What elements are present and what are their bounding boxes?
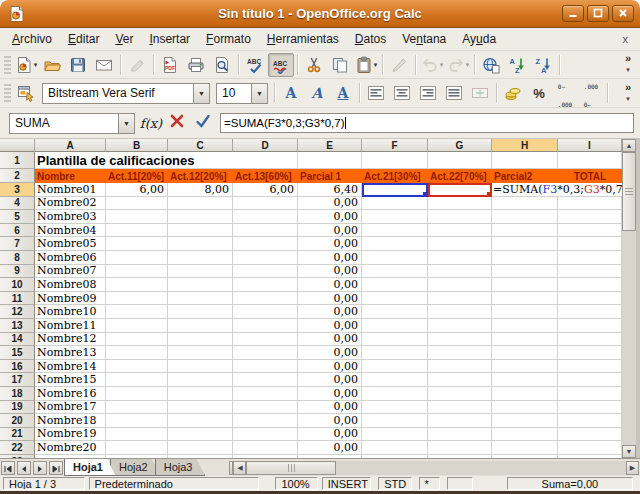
column-header-G[interactable]: G: [428, 139, 492, 152]
cell-A2[interactable]: Nombre: [35, 169, 106, 183]
percent-button[interactable]: %: [526, 81, 552, 105]
cell-A21[interactable]: Nombre19: [35, 428, 106, 442]
cell-G19[interactable]: [428, 401, 492, 415]
cell-C12[interactable]: [168, 305, 233, 319]
font-name-dropdown[interactable]: ▼: [193, 84, 209, 103]
cell-F22[interactable]: [362, 441, 428, 455]
cell-D22[interactable]: [233, 441, 298, 455]
cell-G4[interactable]: [428, 197, 492, 211]
cell-A5[interactable]: Nombre03: [35, 210, 106, 224]
status-selection-mode[interactable]: STD: [378, 477, 411, 490]
cell-C10[interactable]: [168, 278, 233, 292]
cell-H5[interactable]: [492, 210, 558, 224]
cell-G17[interactable]: [428, 373, 492, 387]
cell-B8[interactable]: [106, 251, 168, 265]
cell-B6[interactable]: [106, 224, 168, 238]
cell-I21[interactable]: [558, 428, 622, 442]
cell-I15[interactable]: [558, 346, 622, 360]
cell-A15[interactable]: Nombre13: [35, 346, 106, 360]
cell-I2[interactable]: TOTAL: [558, 169, 622, 183]
menu-item-datos[interactable]: Datos: [347, 29, 394, 49]
cell-H17[interactable]: [492, 373, 558, 387]
cell-E17[interactable]: 0,00: [298, 373, 362, 387]
cell-G9[interactable]: [428, 265, 492, 279]
status-modified-flag[interactable]: *: [419, 477, 440, 490]
cell-E11[interactable]: 0,00: [298, 292, 362, 306]
cell-C13[interactable]: [168, 319, 233, 333]
status-zoom-level[interactable]: 100%: [275, 477, 317, 490]
cell-G7[interactable]: [428, 237, 492, 251]
cell-F14[interactable]: [362, 333, 428, 347]
cell-I11[interactable]: [558, 292, 622, 306]
cell-I8[interactable]: [558, 251, 622, 265]
row-header-7[interactable]: 7: [0, 237, 35, 251]
cell-G15[interactable]: [428, 346, 492, 360]
cell-H6[interactable]: [492, 224, 558, 238]
cell-E10[interactable]: 0,00: [298, 278, 362, 292]
cell-B22[interactable]: [106, 441, 168, 455]
cell-H20[interactable]: [492, 414, 558, 428]
cell-B12[interactable]: [106, 305, 168, 319]
cell-I22[interactable]: [558, 441, 622, 455]
cell-I20[interactable]: [558, 414, 622, 428]
cell-F6[interactable]: [362, 224, 428, 238]
next-sheet-button[interactable]: [33, 461, 47, 475]
cell-H22[interactable]: [492, 441, 558, 455]
cell-A10[interactable]: Nombre08: [35, 278, 106, 292]
cell-A16[interactable]: Nombre14: [35, 360, 106, 374]
sheet-tab-hoja2[interactable]: Hoja2: [110, 459, 161, 476]
dropdown-arrow-icon[interactable]: ▾: [466, 61, 470, 69]
previous-sheet-button[interactable]: [17, 461, 31, 475]
cell-D3[interactable]: 6,00: [233, 183, 298, 197]
cell-C16[interactable]: [168, 360, 233, 374]
cell-F4[interactable]: [362, 197, 428, 211]
row-header-22[interactable]: 22: [0, 441, 35, 455]
cell-A1[interactable]: Plantilla de calificaciones: [35, 152, 233, 169]
sort-descending-button[interactable]: ZA: [530, 53, 556, 77]
align-justify-button[interactable]: [441, 81, 467, 105]
cell-D15[interactable]: [233, 346, 298, 360]
cell-F21[interactable]: [362, 428, 428, 442]
cell-G16[interactable]: [428, 360, 492, 374]
row-header-5[interactable]: 5: [0, 210, 35, 224]
cell-G3[interactable]: [428, 183, 492, 197]
dropdown-arrow-icon[interactable]: ▾: [34, 61, 38, 69]
save-button[interactable]: [65, 53, 91, 77]
row-header-20[interactable]: 20: [0, 414, 35, 428]
cell-F16[interactable]: [362, 360, 428, 374]
undo-button[interactable]: ▾: [419, 53, 445, 77]
menu-item-ver[interactable]: Ver: [107, 29, 141, 49]
minimize-button[interactable]: [562, 5, 584, 22]
currency-button[interactable]: [500, 81, 526, 105]
cell-F20[interactable]: [362, 414, 428, 428]
cell-B5[interactable]: [106, 210, 168, 224]
styles-button[interactable]: [13, 81, 39, 105]
font-size-combo[interactable]: 10▼: [216, 83, 268, 104]
scroll-right-button[interactable]: ▶: [626, 461, 639, 475]
cell-A22[interactable]: Nombre20: [35, 441, 106, 455]
redo-button[interactable]: ▾: [445, 53, 471, 77]
cell-I17[interactable]: [558, 373, 622, 387]
cell-G14[interactable]: [428, 333, 492, 347]
format-paintbrush-button[interactable]: [386, 53, 412, 77]
column-header-F[interactable]: F: [362, 139, 428, 152]
italic-button[interactable]: A: [304, 81, 330, 105]
cell-D1[interactable]: [233, 152, 298, 169]
cell-C8[interactable]: [168, 251, 233, 265]
cell-I4[interactable]: [558, 197, 622, 211]
cell-G12[interactable]: [428, 305, 492, 319]
cell-F5[interactable]: [362, 210, 428, 224]
cell-F13[interactable]: [362, 319, 428, 333]
cell-D21[interactable]: [233, 428, 298, 442]
row-header-11[interactable]: 11: [0, 292, 35, 306]
cell-B7[interactable]: [106, 237, 168, 251]
cell-C17[interactable]: [168, 373, 233, 387]
cell-B3[interactable]: 6,00: [106, 183, 168, 197]
cell-E13[interactable]: 0,00: [298, 319, 362, 333]
cell-B17[interactable]: [106, 373, 168, 387]
cell-E15[interactable]: 0,00: [298, 346, 362, 360]
cell-I12[interactable]: [558, 305, 622, 319]
cell-F7[interactable]: [362, 237, 428, 251]
menu-item-ventana[interactable]: Ventana: [394, 29, 454, 49]
cell-A20[interactable]: Nombre18: [35, 414, 106, 428]
